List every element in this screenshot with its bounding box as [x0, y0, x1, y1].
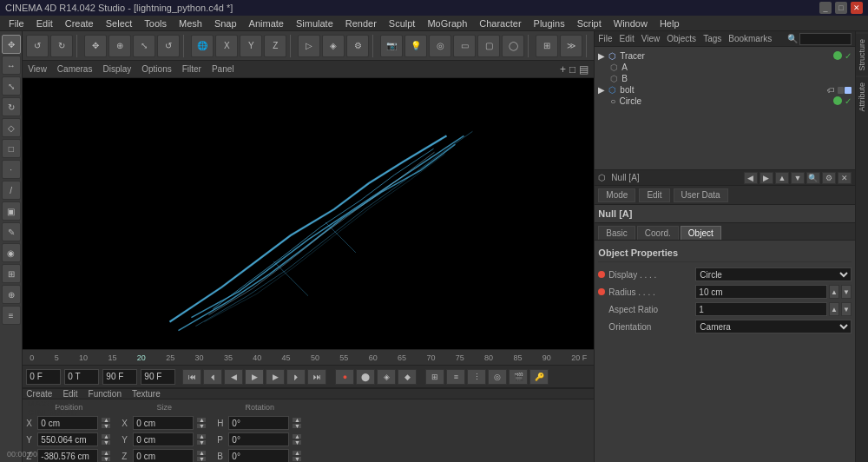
timeline-mode3[interactable]: ⋮ — [467, 369, 486, 385]
undo-button[interactable]: ↺ — [26, 35, 49, 57]
size-z-down[interactable]: ▼ — [196, 456, 207, 462]
view-menu[interactable]: View — [28, 64, 47, 74]
rotate-tool[interactable]: ↻ — [2, 97, 21, 116]
tree-item-bolt[interactable]: ▶ ⬡ bolt 🏷 — [598, 84, 852, 96]
attr-settings1[interactable]: ▲ — [775, 172, 789, 184]
rot-p-input[interactable] — [228, 432, 289, 446]
frame-rate-input[interactable] — [64, 369, 99, 385]
face-tool[interactable]: ▣ — [2, 201, 21, 221]
menu-item-script[interactable]: Script — [572, 17, 607, 30]
obj-file-menu[interactable]: File — [598, 34, 612, 43]
menu-item-file[interactable]: File — [3, 17, 30, 30]
size-y-input[interactable] — [133, 432, 194, 446]
move-tool[interactable]: ↔ — [2, 56, 21, 75]
menu-item-window[interactable]: Window — [608, 17, 653, 30]
env-btn[interactable]: ◯ — [502, 35, 524, 57]
menu-item-animate[interactable]: Animate — [244, 17, 289, 30]
size-x-input[interactable] — [133, 416, 194, 430]
attr-close[interactable]: ✕ — [838, 172, 852, 184]
size-z-up[interactable]: ▲ — [196, 450, 207, 456]
menu-item-select[interactable]: Select — [101, 17, 138, 30]
floor-btn[interactable]: ▭ — [453, 35, 476, 57]
timeline-mode1[interactable]: ⊞ — [425, 369, 444, 385]
cameras-menu[interactable]: Cameras — [57, 64, 93, 74]
menu-item-mograph[interactable]: MoGraph — [422, 17, 472, 30]
pos-y-down[interactable]: ▼ — [101, 439, 111, 446]
timeline-mode6[interactable]: 🔑 — [529, 369, 549, 385]
create-tab[interactable]: Create — [26, 389, 52, 399]
prev-frame-button[interactable]: ⏴ — [203, 369, 222, 385]
menu-item-simulate[interactable]: Simulate — [291, 17, 339, 30]
next-frame-button[interactable]: ⏵ — [286, 369, 306, 385]
point-tool[interactable]: · — [2, 160, 21, 179]
obj-objects-menu[interactable]: Objects — [667, 34, 696, 43]
preview-start-input[interactable] — [102, 369, 137, 385]
go-start-button[interactable]: ⏮ — [182, 369, 201, 385]
menu-item-snap[interactable]: Snap — [209, 17, 242, 30]
prev-key-button[interactable]: ◀ — [224, 369, 243, 385]
x-axis[interactable]: X — [215, 35, 238, 57]
obj-tags-menu[interactable]: Tags — [703, 34, 721, 43]
attr-back-button[interactable]: ◀ — [744, 172, 758, 184]
attr-more[interactable]: ⚙ — [822, 172, 836, 184]
display-menu[interactable]: Display — [102, 64, 131, 74]
rotate-button[interactable]: ↺ — [157, 35, 180, 57]
pos-z-input[interactable] — [37, 449, 98, 462]
attr-tab-object[interactable]: Object — [681, 226, 721, 240]
rot-b-down[interactable]: ▼ — [292, 456, 302, 462]
z-axis[interactable]: Z — [264, 35, 286, 57]
3d-viewport[interactable] — [23, 78, 594, 349]
filter-menu[interactable]: Filter — [182, 64, 201, 74]
sculpt-tool[interactable]: ◉ — [2, 243, 21, 262]
add-viewport-icon[interactable]: + — [560, 63, 566, 76]
rot-p-down[interactable]: ▼ — [292, 439, 302, 446]
menu-item-tools[interactable]: Tools — [139, 17, 172, 30]
redo-button[interactable]: ↻ — [50, 35, 73, 57]
texture-tab[interactable]: Texture — [132, 389, 161, 399]
edge-tool[interactable]: / — [2, 181, 21, 200]
render-settings[interactable]: ⚙ — [346, 35, 369, 57]
move-button[interactable]: ⊕ — [108, 35, 131, 57]
edit-tab[interactable]: Edit — [62, 389, 77, 399]
pos-x-up[interactable]: ▲ — [101, 417, 111, 423]
orientation-select[interactable]: Camera — [695, 320, 852, 333]
rot-p-up[interactable]: ▲ — [292, 433, 302, 439]
go-end-button[interactable]: ⏭ — [307, 369, 326, 385]
tree-item-tracer[interactable]: ▶ ⬡ Tracer ✓ — [598, 50, 852, 62]
layout-icon[interactable]: ▤ — [579, 63, 589, 76]
attr-settings2[interactable]: ▼ — [791, 172, 805, 184]
auto-key-btn[interactable]: ⬤ — [356, 369, 375, 385]
radius-down[interactable]: ▼ — [841, 285, 852, 299]
uv-tool[interactable]: ⊞ — [2, 264, 21, 283]
pos-y-up[interactable]: ▲ — [101, 433, 111, 439]
y-axis[interactable]: Y — [240, 35, 262, 57]
rot-h-input[interactable] — [228, 416, 289, 430]
size-x-up[interactable]: ▲ — [196, 417, 207, 423]
world-btn[interactable]: 🌐 — [191, 35, 214, 57]
pos-y-input[interactable] — [37, 432, 98, 446]
attr-tab-basic[interactable]: Basic — [598, 226, 635, 240]
maximize-button[interactable]: □ — [835, 2, 847, 14]
radius-up[interactable]: ▲ — [829, 285, 839, 299]
snap-tool[interactable]: ⊕ — [2, 285, 21, 304]
structure-tab[interactable]: Structure — [856, 33, 868, 76]
obj-edit-menu[interactable]: Edit — [619, 34, 634, 43]
size-y-down[interactable]: ▼ — [196, 439, 207, 446]
tree-item-b[interactable]: ⬡ B — [598, 73, 852, 84]
function-tab[interactable]: Function — [89, 389, 122, 399]
light-btn[interactable]: 💡 — [404, 35, 427, 57]
menu-item-help[interactable]: Help — [654, 17, 685, 30]
more-btn[interactable]: ≫ — [560, 35, 582, 57]
display-select[interactable]: Circle — [695, 267, 852, 281]
obj-view-menu[interactable]: View — [641, 34, 661, 43]
size-z-input[interactable] — [133, 449, 194, 462]
polygon-tool[interactable]: ◇ — [2, 118, 21, 137]
timeline-mode5[interactable]: 🎬 — [509, 369, 528, 385]
next-key-button[interactable]: ▶ — [266, 369, 285, 385]
workplane-tool[interactable]: ≡ — [2, 306, 21, 325]
obj-bookmarks-menu[interactable]: Bookmarks — [728, 34, 772, 43]
paint-tool[interactable]: ✎ — [2, 222, 21, 241]
size-y-up[interactable]: ▲ — [196, 433, 207, 439]
menu-item-mesh[interactable]: Mesh — [174, 17, 207, 30]
menu-item-plugins[interactable]: Plugins — [529, 17, 570, 30]
